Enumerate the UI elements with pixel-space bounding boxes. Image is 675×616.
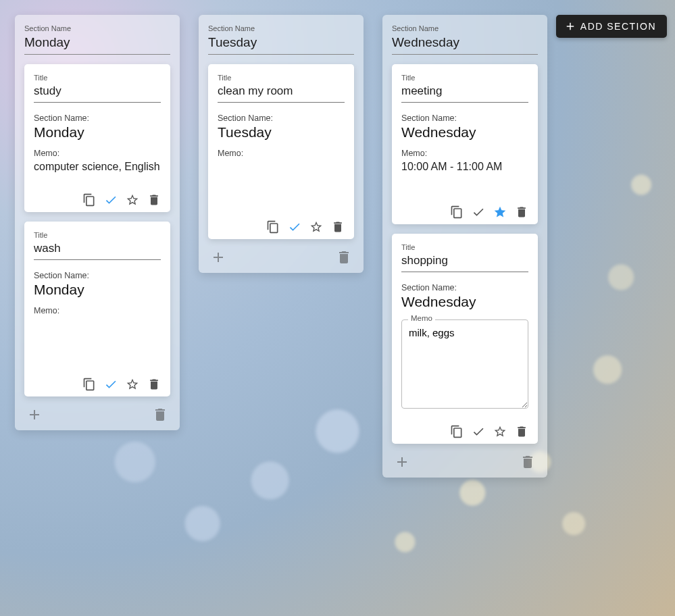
task-memo-value: computer science, English — [34, 159, 161, 174]
add-task-button[interactable] — [393, 453, 411, 471]
add-task-button[interactable] — [209, 249, 227, 266]
trash-icon[interactable] — [147, 193, 161, 207]
task-title-label: Title — [34, 231, 161, 239]
section-name-label: Section Name — [208, 24, 354, 32]
section-name-input[interactable] — [24, 32, 170, 55]
trash-icon[interactable] — [147, 378, 161, 391]
task-memo-label: Memo: — [34, 306, 161, 315]
task-title-label: Title — [401, 74, 528, 82]
task-title-input[interactable] — [401, 82, 528, 103]
check-icon[interactable] — [472, 425, 485, 438]
task-card: Title Section Name: Wednesday Memo — [392, 234, 538, 444]
section-card-wednesday: Section Name Title Section Name: Wednesd… — [382, 15, 547, 478]
task-section-value: Tuesday — [218, 124, 345, 140]
task-title-input[interactable] — [34, 239, 161, 260]
star-icon[interactable] — [126, 378, 139, 391]
star-icon[interactable] — [493, 425, 507, 438]
delete-section-button[interactable] — [519, 453, 536, 471]
task-memo-label: Memo: — [34, 149, 161, 158]
task-title-label: Title — [34, 74, 161, 82]
memo-textarea[interactable] — [401, 319, 528, 409]
delete-section-button[interactable] — [151, 406, 169, 424]
task-title-label: Title — [218, 74, 345, 82]
copy-icon[interactable] — [450, 205, 464, 219]
task-memo-value — [34, 317, 161, 330]
task-section-label: Section Name: — [218, 113, 345, 123]
trash-icon[interactable] — [515, 205, 528, 219]
trash-icon[interactable] — [331, 220, 345, 234]
copy-icon[interactable] — [450, 425, 464, 438]
task-section-label: Section Name: — [401, 283, 528, 292]
task-memo-label: Memo: — [401, 149, 528, 158]
task-card: Title Section Name: Tuesday Memo: — [208, 64, 354, 239]
task-title-input[interactable] — [401, 251, 528, 272]
star-icon[interactable] — [309, 220, 323, 234]
task-memo-value — [218, 159, 345, 173]
copy-icon[interactable] — [266, 220, 280, 234]
copy-icon[interactable] — [82, 193, 96, 207]
section-name-input[interactable] — [208, 32, 354, 55]
check-icon[interactable] — [104, 378, 118, 391]
section-name-input[interactable] — [392, 32, 538, 55]
task-section-label: Section Name: — [401, 113, 528, 123]
memo-box-legend: Memo — [408, 314, 435, 322]
add-section-button[interactable]: ADD SECTION — [556, 15, 667, 38]
task-card: Title Section Name: Monday Memo: — [24, 222, 170, 396]
star-icon[interactable] — [493, 205, 507, 219]
star-icon[interactable] — [126, 193, 139, 207]
copy-icon[interactable] — [82, 378, 96, 391]
section-name-label: Section Name — [24, 24, 170, 32]
section-name-label: Section Name — [392, 24, 538, 32]
task-memo-label: Memo: — [218, 149, 345, 158]
check-icon[interactable] — [104, 193, 118, 207]
task-title-input[interactable] — [34, 82, 161, 103]
task-section-value: Wednesday — [401, 124, 528, 140]
check-icon[interactable] — [472, 205, 485, 219]
task-section-value: Wednesday — [401, 294, 528, 310]
section-card-tuesday: Section Name Title Section Name: Tuesday… — [199, 15, 364, 273]
task-memo-value: 10:00 AM - 11:00 AM — [401, 159, 528, 174]
task-section-label: Section Name: — [34, 271, 161, 280]
task-title-input[interactable] — [218, 82, 345, 103]
section-card-monday: Section Name Title Section Name: Monday … — [15, 15, 180, 430]
task-card: Title Section Name: Monday Memo: compute… — [24, 64, 170, 212]
add-icon — [564, 20, 576, 32]
task-card: Title Section Name: Wednesday Memo: 10:0… — [392, 64, 538, 224]
trash-icon[interactable] — [515, 425, 528, 438]
task-section-label: Section Name: — [34, 113, 161, 123]
delete-section-button[interactable] — [335, 249, 353, 266]
task-title-label: Title — [401, 243, 528, 251]
task-section-value: Monday — [34, 282, 161, 298]
check-icon[interactable] — [288, 220, 301, 234]
task-section-value: Monday — [34, 124, 161, 140]
add-task-button[interactable] — [26, 406, 43, 424]
add-section-label: ADD SECTION — [580, 21, 656, 32]
